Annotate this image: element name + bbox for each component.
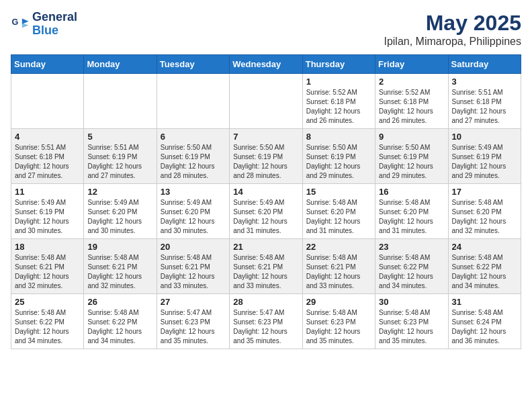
day-number: 22 [306,242,371,252]
calendar-cell: 19Sunrise: 5:48 AM Sunset: 6:21 PM Dayli… [84,239,157,294]
day-info: Sunrise: 5:49 AM Sunset: 6:20 PM Dayligh… [233,198,298,236]
calendar-cell: 24Sunrise: 5:48 AM Sunset: 6:22 PM Dayli… [448,239,521,294]
weekday-header: Monday [84,55,157,74]
calendar-cell: 17Sunrise: 5:48 AM Sunset: 6:20 PM Dayli… [448,184,521,239]
calendar-cell [11,74,84,129]
day-info: Sunrise: 5:51 AM Sunset: 6:18 PM Dayligh… [15,143,80,181]
calendar-cell: 7Sunrise: 5:50 AM Sunset: 6:19 PM Daylig… [230,129,302,184]
day-number: 8 [306,132,371,142]
day-number: 6 [161,132,226,142]
day-info: Sunrise: 5:50 AM Sunset: 6:19 PM Dayligh… [161,143,226,181]
day-number: 29 [306,297,371,307]
day-info: Sunrise: 5:50 AM Sunset: 6:19 PM Dayligh… [379,143,444,181]
weekday-header: Tuesday [157,55,229,74]
day-number: 11 [15,187,80,197]
calendar-cell: 31Sunrise: 5:48 AM Sunset: 6:24 PM Dayli… [448,294,521,349]
day-number: 30 [379,297,444,307]
day-number: 27 [161,297,226,307]
day-info: Sunrise: 5:51 AM Sunset: 6:19 PM Dayligh… [87,143,152,181]
day-number: 18 [15,242,80,252]
calendar-cell: 11Sunrise: 5:49 AM Sunset: 6:19 PM Dayli… [11,184,84,239]
calendar-cell: 29Sunrise: 5:48 AM Sunset: 6:23 PM Dayli… [302,294,375,349]
calendar-cell: 3Sunrise: 5:51 AM Sunset: 6:18 PM Daylig… [448,74,521,129]
day-info: Sunrise: 5:52 AM Sunset: 6:18 PM Dayligh… [379,88,444,126]
day-number: 20 [161,242,226,252]
calendar-table: SundayMondayTuesdayWednesdayThursdayFrid… [11,54,521,349]
day-number: 13 [161,187,226,197]
calendar-cell: 21Sunrise: 5:48 AM Sunset: 6:21 PM Dayli… [230,239,302,294]
calendar-cell: 16Sunrise: 5:48 AM Sunset: 6:20 PM Dayli… [375,184,448,239]
day-info: Sunrise: 5:48 AM Sunset: 6:21 PM Dayligh… [233,253,298,291]
day-number: 9 [379,132,444,142]
day-number: 15 [306,187,371,197]
day-number: 23 [379,242,444,252]
weekday-header: Wednesday [230,55,302,74]
calendar-cell [230,74,302,129]
day-info: Sunrise: 5:48 AM Sunset: 6:22 PM Dayligh… [452,253,517,291]
day-info: Sunrise: 5:50 AM Sunset: 6:19 PM Dayligh… [306,143,371,181]
calendar-cell: 6Sunrise: 5:50 AM Sunset: 6:19 PM Daylig… [157,129,229,184]
calendar-cell: 14Sunrise: 5:49 AM Sunset: 6:20 PM Dayli… [230,184,302,239]
day-number: 17 [452,187,517,197]
day-info: Sunrise: 5:48 AM Sunset: 6:20 PM Dayligh… [379,198,444,236]
day-number: 2 [379,77,444,87]
calendar-cell: 5Sunrise: 5:51 AM Sunset: 6:19 PM Daylig… [84,129,157,184]
day-info: Sunrise: 5:48 AM Sunset: 6:24 PM Dayligh… [452,308,517,346]
weekday-header: Friday [375,55,448,74]
weekday-header-row: SundayMondayTuesdayWednesdayThursdayFrid… [11,55,521,74]
calendar-cell: 30Sunrise: 5:48 AM Sunset: 6:23 PM Dayli… [375,294,448,349]
calendar-cell: 1Sunrise: 5:52 AM Sunset: 6:18 PM Daylig… [302,74,375,129]
calendar-cell: 2Sunrise: 5:52 AM Sunset: 6:18 PM Daylig… [375,74,448,129]
day-number: 14 [233,187,298,197]
calendar-cell: 9Sunrise: 5:50 AM Sunset: 6:19 PM Daylig… [375,129,448,184]
calendar-week-row: 18Sunrise: 5:48 AM Sunset: 6:21 PM Dayli… [11,239,521,294]
page-header: G General Blue May 2025 Ipilan, Mimaropa… [11,11,521,48]
day-number: 24 [452,242,517,252]
logo-icon: G [11,15,30,34]
day-info: Sunrise: 5:48 AM Sunset: 6:23 PM Dayligh… [306,308,371,346]
calendar-cell: 12Sunrise: 5:49 AM Sunset: 6:20 PM Dayli… [84,184,157,239]
weekday-header: Thursday [302,55,375,74]
day-number: 21 [233,242,298,252]
day-number: 1 [306,77,371,87]
day-info: Sunrise: 5:47 AM Sunset: 6:23 PM Dayligh… [161,308,226,346]
day-info: Sunrise: 5:49 AM Sunset: 6:20 PM Dayligh… [161,198,226,236]
day-number: 4 [15,132,80,142]
day-info: Sunrise: 5:50 AM Sunset: 6:19 PM Dayligh… [233,143,298,181]
calendar-cell: 18Sunrise: 5:48 AM Sunset: 6:21 PM Dayli… [11,239,84,294]
logo-text: General Blue [32,11,77,38]
calendar-cell: 26Sunrise: 5:48 AM Sunset: 6:22 PM Dayli… [84,294,157,349]
page-subtitle: Ipilan, Mimaropa, Philippines [384,36,521,48]
day-number: 25 [15,297,80,307]
day-number: 10 [452,132,517,142]
day-info: Sunrise: 5:48 AM Sunset: 6:21 PM Dayligh… [161,253,226,291]
calendar-week-row: 25Sunrise: 5:48 AM Sunset: 6:22 PM Dayli… [11,294,521,349]
svg-text:G: G [11,17,18,27]
day-number: 26 [87,297,152,307]
calendar-cell: 8Sunrise: 5:50 AM Sunset: 6:19 PM Daylig… [302,129,375,184]
weekday-header: Saturday [448,55,521,74]
day-info: Sunrise: 5:52 AM Sunset: 6:18 PM Dayligh… [306,88,371,126]
calendar-cell [157,74,229,129]
calendar-cell: 15Sunrise: 5:48 AM Sunset: 6:20 PM Dayli… [302,184,375,239]
day-info: Sunrise: 5:48 AM Sunset: 6:21 PM Dayligh… [306,253,371,291]
day-info: Sunrise: 5:49 AM Sunset: 6:19 PM Dayligh… [15,198,80,236]
calendar-week-row: 11Sunrise: 5:49 AM Sunset: 6:19 PM Dayli… [11,184,521,239]
day-info: Sunrise: 5:48 AM Sunset: 6:21 PM Dayligh… [87,253,152,291]
title-block: May 2025 Ipilan, Mimaropa, Philippines [384,11,521,48]
calendar-cell: 23Sunrise: 5:48 AM Sunset: 6:22 PM Dayli… [375,239,448,294]
day-info: Sunrise: 5:48 AM Sunset: 6:20 PM Dayligh… [452,198,517,236]
day-info: Sunrise: 5:48 AM Sunset: 6:21 PM Dayligh… [15,253,80,291]
day-info: Sunrise: 5:47 AM Sunset: 6:23 PM Dayligh… [233,308,298,346]
day-info: Sunrise: 5:49 AM Sunset: 6:20 PM Dayligh… [87,198,152,236]
day-number: 28 [233,297,298,307]
day-number: 19 [87,242,152,252]
calendar-cell: 28Sunrise: 5:47 AM Sunset: 6:23 PM Dayli… [230,294,302,349]
calendar-cell: 25Sunrise: 5:48 AM Sunset: 6:22 PM Dayli… [11,294,84,349]
calendar-cell: 20Sunrise: 5:48 AM Sunset: 6:21 PM Dayli… [157,239,229,294]
calendar-week-row: 4Sunrise: 5:51 AM Sunset: 6:18 PM Daylig… [11,129,521,184]
calendar-cell: 4Sunrise: 5:51 AM Sunset: 6:18 PM Daylig… [11,129,84,184]
calendar-week-row: 1Sunrise: 5:52 AM Sunset: 6:18 PM Daylig… [11,74,521,129]
calendar-cell: 22Sunrise: 5:48 AM Sunset: 6:21 PM Dayli… [302,239,375,294]
day-number: 3 [452,77,517,87]
